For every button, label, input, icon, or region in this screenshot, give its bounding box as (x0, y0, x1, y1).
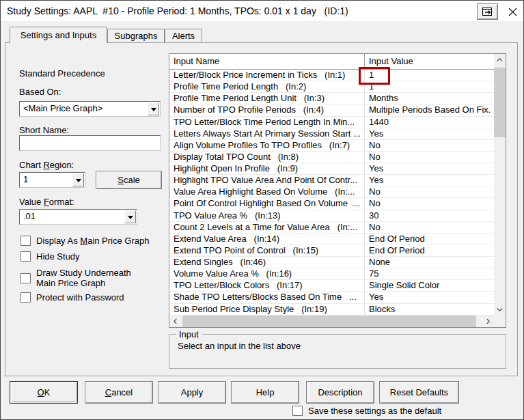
chevron-right-icon (486, 318, 490, 324)
input-value-cell: No (365, 222, 494, 233)
table-row[interactable]: Shade TPO Letters/Blocks Based On Time .… (169, 292, 494, 303)
chevron-down-icon (497, 308, 503, 311)
input-name-cell: Point Of Control Highlight Based On Volu… (169, 198, 365, 209)
input-value-cell: End Of Period (365, 234, 494, 244)
checkbox-box[interactable] (20, 292, 31, 303)
checkbox-draw-study-underneath[interactable]: Draw Study Underneath Main Price Graph (20, 268, 131, 288)
description-button[interactable]: Description (306, 381, 374, 404)
checkbox-box[interactable] (20, 236, 31, 246)
horizontal-scrollbar[interactable] (169, 316, 494, 327)
input-name-cell: Profile Time Period Length Unit (In:3) (169, 93, 365, 104)
checkbox-box[interactable] (20, 251, 31, 262)
column-header-input-name[interactable]: Input Name (169, 54, 365, 69)
reset-defaults-button[interactable]: Reset Defaults (379, 381, 459, 404)
chart-region-value: 1 (23, 174, 28, 184)
scroll-up-button[interactable] (494, 54, 506, 66)
chevron-up-icon (497, 58, 503, 61)
based-on-select[interactable]: <Main Price Graph> (19, 101, 161, 117)
chart-region-select[interactable]: 1 (19, 172, 85, 188)
table-row[interactable]: Value Area Highlight Based On Volume (In… (169, 186, 494, 198)
down-arrow-icon (128, 216, 133, 222)
apply-button[interactable]: Apply (158, 381, 226, 404)
table-row[interactable]: Extend TPO Point of Control (In:15) End … (169, 245, 494, 257)
input-value-cell: Single Solid Color (365, 280, 494, 291)
input-value-cell: 75 (365, 268, 494, 279)
checkbox-hide-study[interactable]: Hide Study (20, 251, 80, 262)
cancel-button[interactable]: Cancel (85, 381, 153, 404)
checkbox-box[interactable] (292, 406, 303, 416)
vertical-scrollbar-thumb[interactable] (494, 68, 506, 137)
value-format-select[interactable]: .01 (19, 209, 137, 225)
save-default-checkbox[interactable]: Save these settings as the default (292, 406, 441, 416)
checkbox-label: Draw Study Underneath Main Price Graph (36, 268, 131, 288)
tab-subgraphs[interactable]: Subgraphs (107, 29, 165, 42)
input-name-cell: Extend Value Area (In:14) (169, 234, 365, 244)
annotation-red-box (359, 67, 390, 85)
input-value-cell: Yes (365, 128, 494, 139)
table-row[interactable]: Profile Time Period Length Unit (In:3) M… (169, 93, 494, 104)
scale-button[interactable]: Scale (96, 171, 162, 189)
scroll-left-button[interactable] (169, 316, 181, 327)
input-name-cell: Letters Always Start At Primary Session … (169, 128, 365, 139)
checkbox-protect-with-password[interactable]: Protect with Password (20, 292, 124, 303)
close-button[interactable] (504, 3, 521, 20)
checkbox-label: Display As Main Price Graph (36, 236, 149, 246)
input-name-cell: Display Total TPO Count (In:8) (169, 152, 365, 163)
checkbox-display-as-main-price-graph[interactable]: Display As Main Price Graph (20, 236, 149, 246)
input-name-cell: Shade TPO Letters/Blocks Based On Time .… (169, 292, 365, 303)
table-row[interactable]: Extend Value Area (In:14) End Of Period (169, 234, 494, 245)
checkbox-label: Hide Study (36, 251, 80, 262)
tab-alerts[interactable]: Alerts (165, 29, 202, 42)
table-row[interactable]: Volume Value Area % (In:16) 75 (169, 268, 494, 280)
input-value-cell: Months (365, 93, 494, 104)
down-arrow-icon (76, 179, 81, 185)
input-value-cell: No (365, 198, 494, 209)
input-name-cell: Profile Time Period Length (In:2) (169, 81, 365, 92)
input-name-cell: Highlight TPO Value Area And Point Of Co… (169, 175, 365, 186)
dropdown-arrow-button[interactable] (72, 173, 84, 186)
vertical-scrollbar[interactable] (494, 54, 506, 316)
input-name-cell: Number of TPO Profile Periods (In:4) (169, 104, 365, 115)
titlebar: Study Settings: AAPL #10 - Profile Perio… (1, 1, 523, 21)
table-row[interactable]: Highlight TPO Value Area And Point Of Co… (169, 175, 494, 186)
input-value-cell: 1440 (365, 117, 494, 128)
table-row[interactable]: TPO Value Area % (In:13) 30 (169, 210, 494, 222)
input-value-cell: End Of Period (365, 245, 494, 256)
checkbox-box[interactable] (20, 273, 31, 283)
table-row[interactable]: Sub Period Price Display Style (In:19) B… (169, 304, 494, 316)
table-row[interactable]: Point Of Control Highlight Based On Volu… (169, 198, 494, 210)
table-row[interactable]: Letters Always Start At Primary Session … (169, 128, 494, 140)
down-arrow-icon (151, 108, 156, 114)
table-row[interactable]: Profile Time Period Length (In:2) 1 (169, 81, 494, 93)
table-row[interactable]: Extend Singles (In:46) None (169, 257, 494, 268)
input-value-cell: 30 (365, 210, 494, 221)
table-header: Input Name Input Value (169, 54, 494, 70)
input-group-legend: Input (176, 329, 202, 339)
short-name-input[interactable] (19, 135, 161, 151)
table-body: Letter/Block Price Increment in Ticks (I… (169, 70, 494, 316)
popout-button[interactable] (477, 3, 498, 20)
dropdown-arrow-button[interactable] (148, 102, 159, 115)
scroll-right-button[interactable] (482, 316, 494, 327)
input-name-cell: Count 2 Levels at a Time for Value Area … (169, 222, 365, 233)
inputs-table: Input Name Input Value Letter/Block Pric… (169, 53, 506, 328)
table-row[interactable]: TPO Letter/Block Time Period Length In M… (169, 117, 494, 128)
input-value-cell: None (365, 257, 494, 268)
table-row[interactable]: TPO Letter/Block Colors (In:17) Single S… (169, 280, 494, 292)
input-name-cell: Extend Singles (In:46) (169, 257, 365, 268)
tab-settings-and-inputs[interactable]: Settings and Inputs (10, 27, 107, 43)
window-title: Study Settings: AAPL #10 - Profile Perio… (7, 1, 348, 21)
table-row[interactable]: Letter/Block Price Increment in Ticks (I… (169, 70, 494, 81)
table-row[interactable]: Display Total TPO Count (In:8) No (169, 152, 494, 163)
scroll-down-button[interactable] (494, 304, 506, 316)
dropdown-arrow-button[interactable] (124, 210, 136, 223)
table-row[interactable]: Align Volume Profiles To TPO Profiles (I… (169, 140, 494, 152)
help-button[interactable]: Help (231, 381, 299, 404)
table-row[interactable]: Highlight Open In Profile (In:9) Yes (169, 163, 494, 175)
ok-button[interactable]: OK (10, 381, 78, 404)
table-row[interactable]: Number of TPO Profile Periods (In:4) Mul… (169, 104, 494, 116)
close-icon (508, 8, 517, 16)
table-row[interactable]: Count 2 Levels at a Time for Value Area … (169, 222, 494, 234)
horizontal-scrollbar-thumb[interactable] (182, 316, 476, 327)
input-value-cell: No (365, 152, 494, 163)
